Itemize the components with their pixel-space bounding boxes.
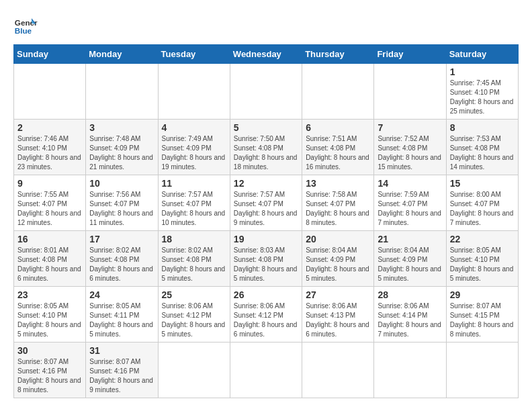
calendar-cell: 31 Sunrise: 8:07 AM Sunset: 4:16 PM Dayl… (86, 342, 158, 398)
calendar-cell (302, 342, 374, 398)
day-info: Sunrise: 8:06 AM Sunset: 4:13 PM Dayligh… (306, 302, 369, 338)
calendar-cell (14, 64, 86, 120)
day-number: 27 (306, 289, 370, 300)
day-number: 28 (378, 289, 442, 300)
day-number: 5 (234, 122, 298, 133)
calendar-week-row: 1 Sunrise: 7:45 AM Sunset: 4:10 PM Dayli… (14, 64, 519, 120)
day-number: 24 (89, 289, 154, 300)
day-info: Sunrise: 7:55 AM Sunset: 4:07 PM Dayligh… (17, 191, 81, 226)
day-number: 1 (450, 66, 515, 77)
day-number: 26 (234, 289, 298, 300)
day-number: 11 (162, 178, 226, 189)
calendar-cell: 27 Sunrise: 8:06 AM Sunset: 4:13 PM Dayl… (302, 287, 374, 342)
calendar-cell: 22 Sunrise: 8:05 AM Sunset: 4:10 PM Dayl… (446, 231, 518, 287)
calendar-cell: 26 Sunrise: 8:06 AM Sunset: 4:12 PM Dayl… (230, 287, 302, 342)
calendar-cell: 20 Sunrise: 8:04 AM Sunset: 4:09 PM Dayl… (302, 231, 374, 287)
day-number: 30 (17, 345, 82, 356)
logo: General Blue (13, 13, 42, 38)
day-number: 22 (450, 234, 515, 244)
calendar-cell: 9 Sunrise: 7:55 AM Sunset: 4:07 PM Dayli… (14, 175, 86, 231)
calendar-cell: 5 Sunrise: 7:50 AM Sunset: 4:08 PM Dayli… (230, 120, 302, 175)
weekday-header: Tuesday (158, 45, 230, 64)
calendar-week-row: 16 Sunrise: 8:01 AM Sunset: 4:08 PM Dayl… (14, 231, 519, 287)
day-info: Sunrise: 8:04 AM Sunset: 4:09 PM Dayligh… (378, 246, 441, 282)
day-number: 6 (306, 122, 370, 133)
day-number: 2 (17, 122, 82, 133)
day-number: 19 (234, 234, 298, 244)
calendar-cell: 16 Sunrise: 8:01 AM Sunset: 4:08 PM Dayl… (14, 231, 86, 287)
calendar-cell: 30 Sunrise: 8:07 AM Sunset: 4:16 PM Dayl… (14, 342, 86, 398)
calendar-cell: 25 Sunrise: 8:06 AM Sunset: 4:12 PM Dayl… (158, 287, 230, 342)
calendar-cell: 10 Sunrise: 7:56 AM Sunset: 4:07 PM Dayl… (86, 175, 158, 231)
calendar-cell: 15 Sunrise: 8:00 AM Sunset: 4:07 PM Dayl… (446, 175, 518, 231)
calendar-cell: 8 Sunrise: 7:53 AM Sunset: 4:08 PM Dayli… (446, 120, 518, 175)
weekday-header: Sunday (14, 45, 86, 64)
day-info: Sunrise: 8:06 AM Sunset: 4:12 PM Dayligh… (162, 302, 226, 338)
day-number: 14 (378, 178, 442, 189)
weekday-header: Thursday (302, 45, 374, 64)
day-info: Sunrise: 7:45 AM Sunset: 4:10 PM Dayligh… (450, 79, 514, 115)
calendar-cell: 24 Sunrise: 8:05 AM Sunset: 4:11 PM Dayl… (86, 287, 158, 342)
day-info: Sunrise: 8:02 AM Sunset: 4:08 PM Dayligh… (162, 246, 226, 282)
day-info: Sunrise: 8:03 AM Sunset: 4:08 PM Dayligh… (234, 246, 298, 282)
day-number: 20 (306, 234, 370, 244)
calendar-cell (446, 342, 518, 398)
calendar-cell: 6 Sunrise: 7:51 AM Sunset: 4:08 PM Dayli… (302, 120, 374, 175)
day-number: 16 (17, 234, 82, 244)
day-number: 25 (162, 289, 226, 300)
weekday-header: Friday (374, 45, 446, 64)
day-info: Sunrise: 8:02 AM Sunset: 4:08 PM Dayligh… (89, 246, 153, 282)
day-info: Sunrise: 7:57 AM Sunset: 4:07 PM Dayligh… (234, 191, 298, 226)
day-info: Sunrise: 8:05 AM Sunset: 4:10 PM Dayligh… (17, 302, 81, 338)
svg-text:Blue: Blue (15, 26, 32, 35)
day-info: Sunrise: 7:56 AM Sunset: 4:07 PM Dayligh… (89, 191, 153, 226)
calendar-header-row: SundayMondayTuesdayWednesdayThursdayFrid… (14, 45, 519, 64)
day-info: Sunrise: 8:07 AM Sunset: 4:16 PM Dayligh… (17, 358, 81, 394)
weekday-header: Saturday (446, 45, 518, 64)
calendar-cell (374, 64, 446, 120)
calendar-cell: 19 Sunrise: 8:03 AM Sunset: 4:08 PM Dayl… (230, 231, 302, 287)
calendar-week-row: 9 Sunrise: 7:55 AM Sunset: 4:07 PM Dayli… (14, 175, 519, 231)
weekday-header: Wednesday (230, 45, 302, 64)
calendar-cell: 14 Sunrise: 7:59 AM Sunset: 4:07 PM Dayl… (374, 175, 446, 231)
calendar-cell: 18 Sunrise: 8:02 AM Sunset: 4:08 PM Dayl… (158, 231, 230, 287)
day-number: 31 (89, 345, 154, 356)
day-number: 23 (17, 289, 82, 300)
calendar-table: SundayMondayTuesdayWednesdayThursdayFrid… (13, 44, 519, 398)
day-info: Sunrise: 8:00 AM Sunset: 4:07 PM Dayligh… (450, 191, 514, 226)
day-info: Sunrise: 8:06 AM Sunset: 4:14 PM Dayligh… (378, 302, 441, 338)
day-info: Sunrise: 8:04 AM Sunset: 4:09 PM Dayligh… (306, 246, 369, 282)
day-number: 9 (17, 178, 82, 189)
day-info: Sunrise: 8:01 AM Sunset: 4:08 PM Dayligh… (17, 246, 81, 282)
calendar-cell: 13 Sunrise: 7:58 AM Sunset: 4:07 PM Dayl… (302, 175, 374, 231)
day-info: Sunrise: 7:46 AM Sunset: 4:10 PM Dayligh… (17, 135, 81, 171)
calendar-cell: 1 Sunrise: 7:45 AM Sunset: 4:10 PM Dayli… (446, 64, 518, 120)
day-number: 13 (306, 178, 370, 189)
calendar-week-row: 30 Sunrise: 8:07 AM Sunset: 4:16 PM Dayl… (14, 342, 519, 398)
calendar-cell: 4 Sunrise: 7:49 AM Sunset: 4:09 PM Dayli… (158, 120, 230, 175)
calendar-cell: 11 Sunrise: 7:57 AM Sunset: 4:07 PM Dayl… (158, 175, 230, 231)
day-number: 8 (450, 122, 515, 133)
day-number: 7 (378, 122, 442, 133)
day-number: 10 (89, 178, 154, 189)
day-info: Sunrise: 8:05 AM Sunset: 4:10 PM Dayligh… (450, 246, 514, 282)
calendar-cell: 21 Sunrise: 8:04 AM Sunset: 4:09 PM Dayl… (374, 231, 446, 287)
day-number: 18 (162, 234, 226, 244)
day-info: Sunrise: 7:48 AM Sunset: 4:09 PM Dayligh… (89, 135, 153, 171)
day-info: Sunrise: 8:07 AM Sunset: 4:16 PM Dayligh… (89, 358, 153, 394)
calendar-cell: 7 Sunrise: 7:52 AM Sunset: 4:08 PM Dayli… (374, 120, 446, 175)
calendar-cell: 2 Sunrise: 7:46 AM Sunset: 4:10 PM Dayli… (14, 120, 86, 175)
day-number: 12 (234, 178, 298, 189)
day-number: 17 (89, 234, 154, 244)
calendar-cell (374, 342, 446, 398)
day-number: 29 (450, 289, 515, 300)
day-info: Sunrise: 7:53 AM Sunset: 4:08 PM Dayligh… (450, 135, 514, 171)
day-info: Sunrise: 7:49 AM Sunset: 4:09 PM Dayligh… (162, 135, 226, 171)
day-number: 15 (450, 178, 515, 189)
calendar-cell (230, 64, 302, 120)
calendar-cell: 29 Sunrise: 8:07 AM Sunset: 4:15 PM Dayl… (446, 287, 518, 342)
day-info: Sunrise: 7:50 AM Sunset: 4:08 PM Dayligh… (234, 135, 298, 171)
calendar-cell: 17 Sunrise: 8:02 AM Sunset: 4:08 PM Dayl… (86, 231, 158, 287)
calendar-week-row: 23 Sunrise: 8:05 AM Sunset: 4:10 PM Dayl… (14, 287, 519, 342)
page-header: General Blue (13, 13, 519, 38)
